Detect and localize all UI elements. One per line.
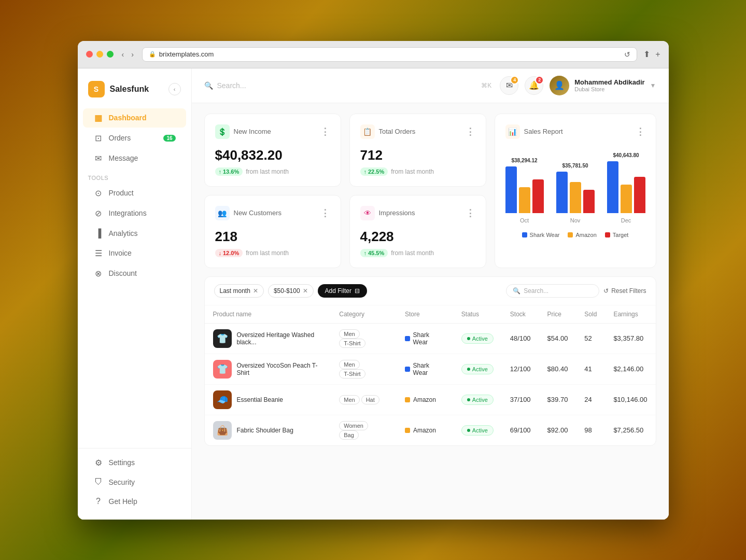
product-status: Active — [453, 323, 502, 354]
sidebar-item-label: Discount — [109, 269, 137, 277]
sidebar-item-analytics[interactable]: ▐ Analytics — [83, 224, 186, 243]
chart-group-oct: $38,294.12 Oct — [505, 158, 544, 223]
product-stock: 69/100 — [502, 415, 539, 445]
sidebar-item-discount[interactable]: ⊗ Discount — [83, 264, 186, 283]
change-label: from last month — [246, 249, 289, 257]
maximize-button[interactable] — [107, 51, 114, 58]
total-orders-menu[interactable]: ⋮ — [466, 126, 475, 137]
new-income-icon: 💲 — [215, 124, 230, 139]
product-store: Shark Wear — [397, 354, 453, 384]
product-price: $92.00 — [539, 415, 576, 445]
new-income-menu[interactable]: ⋮ — [320, 126, 330, 137]
table-search-placeholder: Search... — [524, 287, 548, 295]
oct-bar-blue — [505, 166, 517, 213]
main-content: 💲 New Income ⋮ $40,832.20 ↑ 13.6% from l… — [192, 103, 669, 520]
avatar: 👤 — [550, 76, 569, 95]
sidebar-item-label: Get Help — [109, 497, 137, 506]
sidebar-item-message[interactable]: ✉ Message — [83, 149, 186, 168]
oct-value: $38,294.12 — [511, 158, 537, 163]
sidebar: S Salesfunk ‹ ▦ Dashboard ⊡ Orders 16 ✉ … — [78, 68, 192, 520]
sidebar-item-product[interactable]: ⊙ Product — [83, 184, 186, 203]
collapse-button[interactable]: ‹ — [168, 83, 181, 95]
user-area[interactable]: 👤 Mohammed Abdikadir Dubai Store ▼ — [550, 76, 656, 95]
table-row: 👕 Oversized YocoSon Peach T-Shirt MenT-S… — [205, 354, 656, 384]
app-header: 🔍 Search... ⌘K ✉ 4 🔔 2 👤 — [192, 68, 669, 103]
dec-bar-yellow — [621, 185, 632, 213]
shark-wear-dot — [522, 232, 527, 237]
category-tag: Men — [339, 360, 359, 369]
reset-filters-button[interactable]: ↺ Reset Filters — [603, 287, 646, 295]
user-name: Mohammed Abdikadir — [574, 78, 644, 86]
col-product-name: Product name — [205, 305, 331, 324]
store-dot — [405, 336, 410, 341]
discount-icon: ⊗ — [93, 269, 104, 278]
category-tag: T-Shirt — [339, 339, 365, 348]
nav-buttons: ‹ › — [120, 49, 136, 60]
user-store: Dubai Store — [574, 86, 644, 92]
back-button[interactable]: ‹ — [120, 49, 126, 60]
product-category: MenHat — [331, 384, 397, 415]
change-label: from last month — [391, 249, 434, 257]
category-tag: Men — [339, 395, 359, 404]
reload-button[interactable]: ↺ — [624, 50, 630, 59]
dec-bar-blue — [607, 161, 618, 213]
new-customers-card: 👥 New Customers ⋮ 218 ↓ 12.0% from last … — [204, 195, 341, 268]
header-actions: ✉ 4 🔔 2 👤 Mohammed Abdikadir Dubai St — [500, 76, 656, 95]
close-button[interactable] — [86, 51, 93, 58]
status-badge: Active — [461, 364, 494, 374]
remove-filter-last-month[interactable]: ✕ — [253, 287, 258, 295]
filter-price-range[interactable]: $50-$100 ✕ — [268, 284, 314, 298]
amazon-dot — [568, 232, 573, 237]
arrow-up-icon: ↑ — [364, 169, 367, 175]
chart-group-dec: $40,643.80 Dec — [607, 152, 645, 223]
products-table: Product name Category Store Status Stock… — [205, 305, 656, 445]
sidebar-item-settings[interactable]: ⚙ Settings — [83, 453, 186, 472]
search-bar[interactable]: 🔍 Search... ⌘K — [204, 81, 492, 90]
chart-group-nov: $35,781.50 Nov — [556, 163, 595, 223]
search-icon: 🔍 — [204, 81, 213, 90]
total-orders-title: Total Orders — [379, 128, 461, 135]
logo-text: Salesfunk — [110, 85, 149, 94]
new-customers-menu[interactable]: ⋮ — [320, 207, 330, 219]
new-income-value: $40,832.20 — [215, 147, 330, 163]
legend-target: Target — [605, 232, 629, 238]
forward-button[interactable]: › — [129, 49, 136, 60]
mail-button[interactable]: ✉ 4 — [500, 76, 518, 95]
settings-icon: ⚙ — [93, 458, 104, 468]
sidebar-item-invoice[interactable]: ☰ Invoice — [83, 244, 186, 263]
impressions-title: Impressions — [379, 209, 461, 217]
sidebar-item-label: Settings — [109, 458, 135, 467]
impressions-menu[interactable]: ⋮ — [466, 207, 475, 219]
col-category: Category — [331, 305, 397, 324]
sidebar-item-security[interactable]: ⛉ Security — [83, 473, 186, 492]
address-bar[interactable]: 🔒 brixtemplates.com ↺ — [142, 47, 637, 62]
change-badge-up: ↑ 13.6% — [215, 167, 243, 176]
minimize-button[interactable] — [96, 51, 103, 58]
product-name: Oversized YocoSon Peach T-Shirt — [237, 362, 323, 376]
product-earnings: $10,146.00 — [605, 384, 655, 415]
new-tab-button[interactable]: + — [655, 49, 660, 59]
dec-value: $40,643.80 — [613, 152, 639, 158]
sidebar-item-integrations[interactable]: ⊘ Integrations — [83, 204, 186, 223]
add-filter-button[interactable]: Add Filter ⊟ — [318, 284, 367, 298]
product-sold: 41 — [576, 354, 605, 384]
sidebar-item-orders[interactable]: ⊡ Orders 16 — [83, 129, 186, 148]
sidebar-item-dashboard[interactable]: ▦ Dashboard — [83, 108, 186, 128]
product-cell: 👕 Oversized Heritage Washed black... — [213, 329, 323, 348]
sidebar-item-help[interactable]: ? Get Help — [83, 492, 186, 511]
product-price: $39.70 — [539, 384, 576, 415]
reset-label: Reset Filters — [611, 287, 646, 295]
orders-icon: ⊡ — [93, 133, 104, 143]
col-sold: Sold — [576, 305, 605, 324]
filter-last-month[interactable]: Last month ✕ — [214, 284, 264, 298]
product-cell: 🧢 Essential Beanie — [213, 390, 323, 409]
product-price: $80.40 — [539, 354, 576, 384]
share-button[interactable]: ⬆ — [643, 49, 650, 59]
category-tag: T-Shirt — [339, 369, 365, 379]
notifications-button[interactable]: 🔔 2 — [525, 76, 543, 95]
store-name: Shark Wear — [413, 331, 445, 346]
product-status: Active — [453, 384, 502, 415]
sales-report-menu[interactable]: ⋮ — [636, 126, 645, 137]
table-search[interactable]: 🔍 Search... — [506, 284, 599, 298]
remove-filter-price[interactable]: ✕ — [303, 287, 308, 295]
